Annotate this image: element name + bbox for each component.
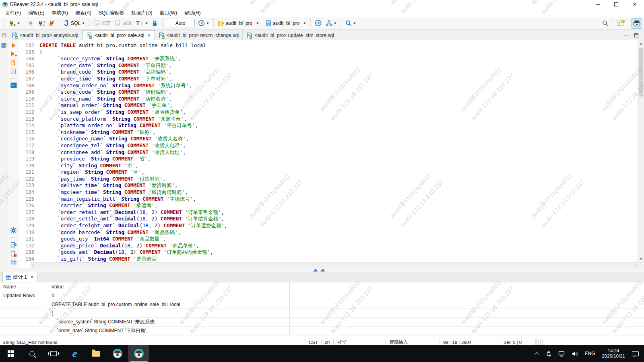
search-button[interactable] — [344, 19, 357, 28]
output-grid-button[interactable] — [10, 259, 17, 265]
editor-settings-button[interactable] — [10, 227, 17, 234]
result-name-cell[interactable] — [0, 318, 48, 326]
menu-item[interactable]: 文件(F) — [2, 9, 25, 17]
result-name-cell[interactable] — [0, 327, 48, 335]
disconnect-gray-button[interactable] — [27, 19, 35, 28]
result-value-cell[interactable]: 0 — [48, 291, 290, 300]
dbeaver-taskbar-button[interactable] — [107, 345, 128, 362]
maximize-view-icon[interactable] — [634, 33, 638, 37]
rollback-button[interactable]: 回滚 — [113, 19, 134, 28]
input-language[interactable]: ENG — [582, 345, 598, 362]
status-item: 可写 — [333, 339, 386, 345]
execute-statement-button[interactable] — [11, 43, 17, 48]
vertical-scroll-thumb[interactable] — [639, 48, 643, 97]
start-button[interactable] — [0, 345, 21, 362]
line-number: 111 — [19, 102, 39, 109]
editor-tab[interactable]: <audit_bi_pro> update_sbz_store.sql — [243, 30, 338, 40]
status-item: CST — [305, 339, 321, 345]
menu-item[interactable]: 帮助(H) — [181, 9, 204, 17]
menu-item[interactable]: 搜索(A) — [72, 9, 95, 17]
result-name-cell[interactable]: Updated Rows — [0, 291, 48, 300]
transaction-mode-button[interactable]: T⋮ — [134, 19, 149, 28]
editor-tab[interactable]: <audit_bi_pro> return_change.sql — [155, 30, 243, 40]
result-value-cell[interactable]: `source_system` String COMMENT '来源系统', — [48, 318, 290, 326]
result-name-cell[interactable] — [0, 300, 48, 309]
history-button[interactable] — [196, 19, 211, 28]
reconnect-button[interactable] — [36, 19, 46, 28]
taskbar: e ENG 14:24 2025/10/21 — [0, 345, 644, 362]
new-connection-button[interactable] — [7, 19, 21, 28]
er-diagram-button[interactable] — [324, 19, 338, 28]
scroll-left-icon[interactable]: ‹ — [32, 263, 33, 267]
scroll-up-icon[interactable]: ▲ — [638, 41, 644, 46]
result-value-cell[interactable]: CREATE TABLE audit_bi_pro.custom_online_… — [48, 300, 290, 309]
autocommit-lock-button[interactable] — [150, 19, 159, 28]
schema-selector[interactable]: audit_bi_pro — [264, 19, 308, 28]
menu-item[interactable]: SQL 编辑器 — [95, 9, 128, 17]
taskbar-search-button[interactable] — [21, 345, 43, 362]
minimize-view-icon[interactable] — [624, 35, 629, 35]
minimize-button[interactable] — [588, 0, 607, 9]
taskbar-clock[interactable]: 14:24 2025/10/21 — [599, 348, 628, 359]
menu-item[interactable]: 窗口(W) — [156, 9, 181, 17]
maximize-button[interactable] — [607, 0, 625, 9]
results-sash[interactable] — [0, 268, 644, 272]
menu-item[interactable]: 编辑(E) — [25, 9, 48, 17]
volume-tray-button[interactable] — [569, 345, 581, 362]
restore-panel-button[interactable] — [0, 30, 8, 40]
column-header-value[interactable]: Value — [48, 282, 290, 291]
code-editor[interactable]: 102CREATE TABLE audit_bi_pro.custom_onli… — [19, 40, 638, 262]
disconnect-red-button[interactable] — [47, 19, 56, 28]
usb-tray-button[interactable] — [543, 345, 554, 362]
result-value-cell[interactable]: `order_date` String COMMENT '下单日期', — [48, 327, 290, 335]
execute-new-tab-button[interactable] — [10, 51, 17, 57]
editor-tab[interactable]: <audit_bi_pro> sale.sql✕ — [82, 30, 155, 40]
editor-vertical-scrollbar[interactable]: ▲ ▼ — [638, 40, 644, 262]
connection-selector[interactable]: audit_bi_pro — [216, 19, 260, 28]
explain-plan-button[interactable] — [10, 68, 17, 74]
dbeaver-perspective-button[interactable] — [632, 18, 642, 29]
close-stats-tab-icon[interactable]: ✕ — [30, 275, 34, 280]
menu-item[interactable]: 数据库(D) — [128, 9, 156, 17]
sash-up2-icon[interactable] — [320, 269, 325, 272]
file-explorer-button[interactable] — [85, 345, 107, 362]
results-row[interactable]: `source_system` String COMMENT '来源系统', — [0, 318, 644, 327]
error-log-button[interactable]: ! — [10, 251, 17, 257]
menu-item[interactable]: 导航(N) — [48, 9, 72, 17]
close-tab-icon[interactable]: ✕ — [147, 33, 151, 38]
line-number: 125 — [19, 196, 39, 203]
results-row[interactable]: `order_date` String COMMENT '下单日期', — [0, 327, 644, 335]
results-row[interactable]: Updated Rows0 — [0, 291, 644, 300]
editor-horizontal-scrollbar[interactable]: ‹ › — [31, 262, 638, 268]
sql-editor-button[interactable]: SQL — [62, 19, 86, 28]
sql-console-button[interactable]: >_ — [10, 82, 17, 88]
scroll-down-icon[interactable]: ▼ — [638, 256, 644, 262]
close-button[interactable]: ✕ — [625, 0, 644, 9]
column-header-name[interactable]: Name — [0, 282, 48, 291]
tray-expand-button[interactable] — [533, 345, 542, 362]
editor-tab[interactable]: <audit_bi_pro> analysis.sql — [8, 30, 82, 40]
result-name-cell[interactable] — [0, 309, 48, 317]
database-navigator-icon[interactable] — [1, 43, 7, 48]
execute-script-button[interactable] — [10, 60, 17, 66]
result-value-cell[interactable]: ( — [48, 309, 290, 317]
results-row[interactable]: CREATE TABLE audit_bi_pro.custom_online_… — [0, 300, 644, 309]
sash-up-icon[interactable] — [313, 269, 318, 272]
internet-explorer-button[interactable]: e — [64, 345, 85, 362]
quick-search-button[interactable] — [601, 19, 610, 28]
status-grip — [535, 339, 543, 345]
task-view-button[interactable] — [43, 345, 64, 362]
network-tray-button[interactable] — [555, 345, 568, 362]
dashboard-button[interactable] — [313, 19, 323, 28]
open-perspective-button[interactable] — [616, 19, 626, 28]
commit-button[interactable]: 提交 — [92, 19, 112, 28]
line-number: 114 — [19, 122, 39, 129]
txn-mode-select[interactable]: Auto — [166, 19, 195, 27]
results-row[interactable]: ( — [0, 309, 644, 318]
action-center-button[interactable] — [629, 345, 642, 362]
export-result-button[interactable] — [10, 242, 17, 248]
scroll-right-icon[interactable]: › — [635, 263, 636, 267]
stats-tab[interactable]: 统计 1 ✕ — [2, 272, 37, 282]
dbeaver-taskbar-button-active[interactable] — [128, 345, 149, 362]
tab-label: <audit_bi_pro> sale.sql — [94, 33, 144, 38]
